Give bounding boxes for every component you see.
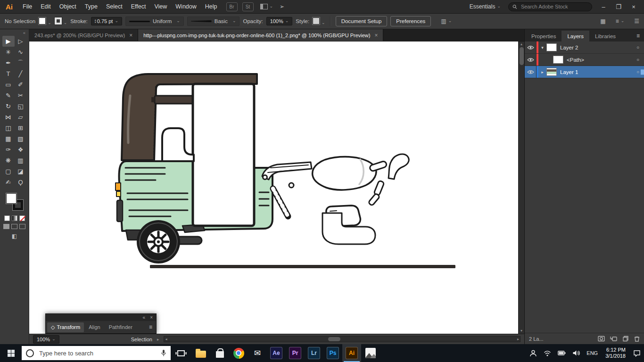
mesh-tool[interactable]: ▦ <box>2 133 15 144</box>
rectangle-tool[interactable]: ▭ <box>2 79 15 90</box>
horizontal-scroll-thumb[interactable] <box>328 337 340 341</box>
pencil-tool[interactable]: ✎ <box>2 90 15 101</box>
visibility-toggle[interactable] <box>525 54 537 66</box>
isolate-selected-icon[interactable]: ▥ <box>441 18 452 25</box>
column-graph-tool[interactable]: ▥ <box>15 155 27 166</box>
close-panel-icon[interactable]: × <box>150 315 153 320</box>
hand-tool[interactable]: ✍ <box>2 177 15 188</box>
gradient-tool[interactable]: ▧ <box>15 133 27 144</box>
taskbar-premiere-pro[interactable]: Pr <box>286 344 305 362</box>
preferences-button[interactable]: Preferences <box>390 16 431 26</box>
menu-view[interactable]: View <box>150 3 171 10</box>
menu-select[interactable]: Select <box>102 3 127 10</box>
panel-dock-icon[interactable]: ≡ <box>616 18 625 25</box>
pen-tool[interactable]: ✒ <box>2 58 15 68</box>
panel-menu-icon[interactable]: ≡ <box>632 30 644 41</box>
tab-properties[interactable]: Properties <box>526 31 561 41</box>
menu-effect[interactable]: Effect <box>127 3 150 10</box>
menu-window[interactable]: Window <box>171 3 200 10</box>
visibility-toggle[interactable] <box>525 66 537 78</box>
clock[interactable]: 6:12 PM 3/1/2018 <box>601 347 630 359</box>
panel-divider-icon[interactable]: ▸ <box>157 337 159 342</box>
menu-help[interactable]: Help <box>201 3 222 10</box>
arrange-windows-icon[interactable]: ▦ <box>600 18 605 25</box>
start-button[interactable] <box>0 344 22 362</box>
magic-wand-tool[interactable]: ✳ <box>2 47 15 58</box>
rotate-tool[interactable]: ↻ <box>2 101 15 112</box>
stroke-weight-field[interactable]: ▴▾ 0.75 pt <box>91 17 122 25</box>
selection-tool[interactable]: ▶ <box>2 36 15 47</box>
taskbar-after-effects[interactable]: Ae <box>267 344 286 362</box>
perspective-grid-tool[interactable]: ⊞ <box>15 123 27 133</box>
gradient-button[interactable] <box>12 215 17 221</box>
tab-libraries[interactable]: Libraries <box>589 31 621 41</box>
type-tool[interactable]: T <box>2 68 15 79</box>
layer-row-layer-1[interactable]: ▸Layer 1○ <box>525 66 644 78</box>
delete-layer-icon[interactable] <box>634 336 640 342</box>
close-button[interactable]: × <box>626 0 641 14</box>
scroll-down-icon[interactable]: ▾ <box>520 329 522 333</box>
layer-name[interactable]: Layer 1 <box>560 69 578 75</box>
workspace-switcher[interactable]: Essentials <box>470 3 501 10</box>
document-tab-2[interactable]: http---pluspng.com-img-png-tuk-tuk-png-o… <box>138 29 383 41</box>
chevron-down-icon[interactable]: ▾ <box>538 45 546 50</box>
battery-icon[interactable] <box>554 344 569 362</box>
paintbrush-tool[interactable]: ✐ <box>15 79 27 90</box>
menu-file[interactable]: File <box>18 3 36 10</box>
opacity-field[interactable]: 100% <box>266 17 293 25</box>
color-button[interactable] <box>4 215 10 221</box>
screen-mode-button[interactable]: ◧ <box>12 233 17 239</box>
draw-normal-button[interactable] <box>3 224 9 229</box>
stepper-icon[interactable]: ▴▾ <box>95 19 96 24</box>
target-circle-icon[interactable]: ○ <box>636 57 639 62</box>
zoom-tool[interactable]: Ϙ <box>15 177 27 188</box>
stroke-color-dropdown[interactable] <box>55 17 67 25</box>
taskbar-chrome[interactable] <box>229 344 248 362</box>
people-icon[interactable] <box>526 344 540 362</box>
blend-tool[interactable]: ❖ <box>15 144 27 155</box>
layer-thumbnail[interactable] <box>546 68 557 76</box>
layer-row-layer-2[interactable]: ▾Layer 2○ <box>525 41 644 54</box>
zoom-field[interactable]: 100% <box>33 335 59 344</box>
collapse-panel-icon[interactable]: « <box>143 315 146 320</box>
draw-behind-button[interactable] <box>11 224 17 229</box>
tab-align[interactable]: Align <box>85 322 104 332</box>
draw-inside-button[interactable] <box>19 224 25 229</box>
taskbar-illustrator[interactable]: Ai <box>342 344 361 362</box>
share-icon[interactable]: ➢ <box>280 3 284 10</box>
shape-builder-tool[interactable]: ◫ <box>2 123 15 133</box>
layer-name[interactable]: Layer 2 <box>560 45 578 50</box>
none-button[interactable] <box>19 215 25 221</box>
new-sublayer-icon[interactable] <box>610 336 617 342</box>
minimize-button[interactable]: – <box>596 0 611 14</box>
canvas[interactable]: ▴ ▾ « × ◇TransformAlignPathfinder≡ <box>29 41 524 334</box>
microphone-icon[interactable] <box>161 349 166 357</box>
menu-edit[interactable]: Edit <box>36 3 55 10</box>
transform-panel-group[interactable]: « × ◇TransformAlignPathfinder≡ <box>45 313 157 334</box>
layer-row-path[interactable]: <Path>○ <box>525 54 644 66</box>
taskbar-file-explorer[interactable] <box>191 344 210 362</box>
taskbar-lightroom[interactable]: Lr <box>305 344 323 362</box>
language-indicator[interactable]: ENG <box>583 344 601 362</box>
fill-stroke-widget[interactable] <box>6 193 23 210</box>
panel-menu-icon[interactable]: ≡ <box>147 324 155 330</box>
eyedropper-tool[interactable]: ✑ <box>2 144 15 155</box>
curvature-tool[interactable]: ⌒ <box>15 58 27 68</box>
scroll-right-icon[interactable]: ▸ <box>517 337 519 341</box>
chevron-right-icon[interactable]: ▸ <box>538 70 546 74</box>
menu-object[interactable]: Object <box>55 3 81 10</box>
free-transform-tool[interactable]: ▱ <box>15 112 27 123</box>
arrange-documents-icon[interactable] <box>260 4 273 9</box>
tab-layers[interactable]: Layers <box>561 31 589 41</box>
variable-width-profile-dropdown[interactable]: Uniform <box>125 16 184 26</box>
restore-button[interactable]: ❐ <box>611 0 626 14</box>
scissors-tool[interactable]: ✂ <box>15 90 27 101</box>
fill-color-dropdown[interactable] <box>39 17 51 25</box>
layer-thumbnail[interactable] <box>546 43 557 51</box>
artboard-tool[interactable]: ▢ <box>2 166 15 177</box>
width-tool[interactable]: ⋈ <box>2 112 15 123</box>
make-clipping-mask-icon[interactable] <box>598 336 605 342</box>
scroll-left-icon[interactable]: ◂ <box>165 337 167 341</box>
symbol-sprayer-tool[interactable]: ❋ <box>2 155 15 166</box>
network-icon[interactable] <box>540 344 554 362</box>
